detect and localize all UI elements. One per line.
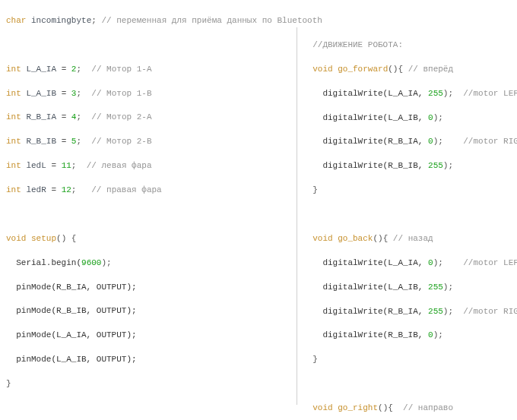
code-line: void go_forward(){ // вперёд — [303, 64, 512, 76]
blank-line — [303, 378, 512, 390]
code-right-column: //ДВИЖЕНИЕ РОБОТА: void go_forward(){ //… — [297, 0, 517, 420]
code-line: digitalWrite(R_B_IA, 255); //motor RIGHT — [303, 306, 512, 318]
blank-line — [303, 209, 512, 221]
code-line: void go_right(){ // направо — [303, 403, 512, 415]
code-line: digitalWrite(R_B_IA, 0); //motor RIGHT — [303, 136, 512, 148]
code-line: void go_back(){ // назад — [303, 233, 512, 245]
code-line: pinMode(R_B_IA, OUTPUT); — [6, 282, 292, 294]
code-line: int L_A_IA = 2; // Мотор 1-A — [6, 64, 292, 76]
code-line: int ledR = 12; // правая фара — [6, 185, 292, 197]
comment: // переменная для приёма данных по Bluet… — [101, 16, 322, 25]
code-line: Serial.begin(9600); — [6, 257, 292, 270]
fn-go-back: go_back — [338, 234, 373, 243]
var-incomingbyte: incomingbyte — [31, 16, 91, 25]
code-line: void setup() { — [6, 233, 292, 245]
fn-go-right: go_right — [338, 403, 378, 412]
code-line: digitalWrite(R_B_IB, 0); — [303, 330, 512, 342]
kw-char: char — [6, 16, 26, 25]
blank-line — [6, 403, 292, 415]
blank-line — [6, 209, 292, 221]
blank-line — [6, 39, 292, 52]
code-line: digitalWrite(L_A_IA, 255); //motor LEFT — [303, 88, 512, 100]
code-line: } — [303, 185, 512, 197]
code-line: digitalWrite(L_A_IB, 255); — [303, 282, 512, 294]
code-line: //ДВИЖЕНИЕ РОБОТА: — [303, 39, 512, 52]
code-line: } — [303, 354, 512, 366]
fn-go-forward: go_forward — [338, 65, 388, 74]
code-line: int L_A_IB = 3; // Мотор 1-B — [6, 88, 292, 100]
code-line: char incomingbyte; // переменная для при… — [6, 15, 292, 27]
code-line: pinMode(L_A_IB, OUTPUT); — [6, 354, 292, 366]
code-line: pinMode(R_B_IB, OUTPUT); — [6, 305, 292, 317]
code-line: int ledL = 11; // левая фара — [6, 160, 292, 172]
code-line: int R_B_IB = 5; // Мотор 2-B — [6, 136, 292, 148]
fn-setup: setup — [31, 234, 56, 243]
code-left-column: char incomingbyte; // переменная для при… — [0, 0, 297, 420]
code-line: digitalWrite(R_B_IB, 255); — [303, 160, 512, 172]
code-line: pinMode(L_A_IA, OUTPUT); — [6, 330, 292, 342]
code-line: } — [6, 378, 292, 390]
code-line: digitalWrite(L_A_IA, 0); //motor LEFT — [303, 257, 512, 270]
code-line: digitalWrite(L_A_IB, 0); — [303, 112, 512, 125]
code-line: int R_B_IA = 4; // Мотор 2-A — [6, 112, 292, 124]
